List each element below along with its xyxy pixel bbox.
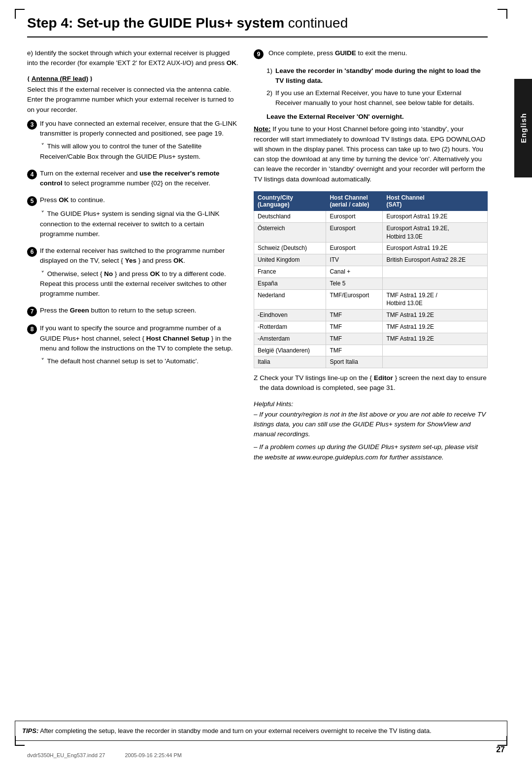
- leave-heading: Leave the External Receiver 'ON' overnig…: [266, 112, 488, 122]
- cell-country: France: [254, 266, 326, 278]
- hint-2: – If a problem comes up during the GUIDE…: [254, 442, 488, 462]
- cell-sat: TMF Astra1 19.2E: [383, 321, 488, 333]
- z-letter: Z: [254, 373, 258, 393]
- corner-mark-tr: [498, 9, 507, 19]
- cell-sat: British Eurosport Astra2 28.2E: [383, 254, 488, 266]
- cell-sat: TMF Astra1 19.2E /Hotbird 13.0E: [383, 289, 488, 310]
- table-header: Country/City(Language) Host Channel(aeri…: [254, 191, 488, 210]
- step-5: 5 Press OK to continue. ˅ The GUIDE Plus…: [27, 195, 239, 239]
- sub-step-1: 1) Leave the recorder in 'standby' mode …: [266, 66, 488, 86]
- step-4-text: Turn on the external receiver and use th…: [40, 169, 239, 189]
- title-step-text: Step 4: Set-up the GUIDE Plus+ system: [27, 15, 288, 31]
- step-3: 3 If you have connected an external rece…: [27, 119, 239, 162]
- cell-aerial: Eurosport: [326, 210, 383, 222]
- helpful-hints-title: Helpful Hints:: [254, 400, 488, 408]
- step-4-circle: 4: [27, 170, 37, 179]
- col-header-host-aerial: Host Channel(aerial / cable): [326, 191, 383, 210]
- step-9-text: Once complete, press GUIDE to exit the m…: [268, 48, 407, 58]
- cell-aerial: Eurosport: [326, 243, 383, 254]
- step-4: 4 Turn on the external receiver and use …: [27, 169, 239, 189]
- table-row: -Amsterdam TMF TMF Astra1 19.2E: [254, 333, 488, 345]
- table-row: -Rotterdam TMF TMF Astra1 19.2E: [254, 321, 488, 333]
- step-3-circle: 3: [27, 120, 37, 130]
- table-row: Deutschland Eurosport Eurosport Astra1 1…: [254, 210, 488, 222]
- step-8-text: If you want to specify the source and pr…: [40, 323, 239, 353]
- cell-aerial: Sport Italia: [326, 356, 383, 368]
- tips-bar: TIPS: After completing the setup, leave …: [15, 721, 507, 741]
- sub-numbered-steps: 1) Leave the recorder in 'standby' mode …: [266, 66, 488, 108]
- step-5-text: Press OK to continue.: [40, 195, 239, 205]
- cell-sat: [383, 278, 488, 289]
- cell-country: España: [254, 278, 326, 289]
- step-7-circle: 7: [27, 307, 37, 316]
- note-text: Note: If you tune to your Host Channel b…: [254, 124, 488, 184]
- side-tab-label: English: [519, 113, 528, 143]
- sub-step-2-text: If you use an External Receiver, you hav…: [275, 88, 488, 108]
- main-content: Step 4: Set-up the GUIDE Plus+ system co…: [0, 0, 532, 502]
- table-row: Italia Sport Italia: [254, 356, 488, 368]
- cell-country: Österreich: [254, 222, 326, 243]
- step-6-subtext: ˅ Otherwise, select { No } and press OK …: [40, 269, 239, 299]
- table-row: Nederland TMF/Eurosport TMF Astra1 19.2E…: [254, 289, 488, 310]
- cell-country: -Rotterdam: [254, 321, 326, 333]
- cell-aerial: ITV: [326, 254, 383, 266]
- page-number: 27: [496, 745, 505, 754]
- cell-country: Nederland: [254, 289, 326, 310]
- tips-label: TIPS:: [22, 727, 38, 734]
- title-continued: continued: [288, 15, 348, 31]
- step-5-subtext: ˅ The GUIDE Plus+ system is sending sign…: [40, 209, 239, 239]
- left-column: e) Identify the socket through which you…: [27, 48, 239, 465]
- table-row: France Canal +: [254, 266, 488, 278]
- table-row: België (Vlaanderen) TMF: [254, 345, 488, 356]
- table-body: Deutschland Eurosport Eurosport Astra1 1…: [254, 210, 488, 368]
- col-header-host-sat: Host Channel(SAT): [383, 191, 488, 210]
- cell-country: -Eindhoven: [254, 310, 326, 321]
- cell-sat: Eurosport Astra1 19.2E: [383, 210, 488, 222]
- cell-country: Schweiz (Deutsch): [254, 243, 326, 254]
- two-column-layout: e) Identify the socket through which you…: [27, 48, 488, 465]
- step-7-text: Press the Green button to return to the …: [40, 306, 239, 315]
- cell-aerial: TMF/Eurosport: [326, 289, 383, 310]
- sub-step-2: 2) If you use an External Receiver, you …: [266, 88, 488, 108]
- col-header-country: Country/City(Language): [254, 191, 326, 210]
- helpful-hints: Helpful Hints: – If your country/region …: [254, 400, 488, 462]
- z-step: Z Check your TV listings line-up on the …: [254, 373, 488, 393]
- step-7: 7 Press the Green button to return to th…: [27, 306, 239, 316]
- step-9: 9 Once complete, press GUIDE to exit the…: [254, 48, 488, 59]
- step-6: 6 If the external receiver has switched …: [27, 246, 239, 299]
- note-label: Note:: [254, 125, 271, 133]
- cell-sat: [383, 266, 488, 278]
- antenna-title: Antenna (RF lead): [32, 75, 89, 82]
- cell-sat: TMF Astra1 19.2E: [383, 333, 488, 345]
- note-block: Note: If you tune to your Host Channel b…: [254, 124, 488, 184]
- step-3-subtext: ˅ This will allow you to control the tun…: [40, 141, 239, 162]
- cell-sat: Eurosport Astra1 19.2E: [383, 243, 488, 254]
- cell-sat: [383, 345, 488, 356]
- cell-country: United Kingdom: [254, 254, 326, 266]
- cell-aerial: TMF: [326, 345, 383, 356]
- cell-country: Deutschland: [254, 210, 326, 222]
- cell-aerial: Canal +: [326, 266, 383, 278]
- step-8-subtext: ˅ The default host channel setup is set …: [40, 356, 239, 366]
- cell-country: België (Vlaanderen): [254, 345, 326, 356]
- cell-aerial: TMF: [326, 310, 383, 321]
- z-step-text: Check your TV listings line-up on the { …: [260, 373, 488, 393]
- tips-text: After completing the setup, leave the re…: [40, 727, 432, 734]
- step-8-circle: 8: [27, 324, 37, 334]
- side-tab-english: English: [514, 79, 532, 177]
- step-e: e) Identify the socket through which you…: [27, 48, 239, 69]
- cell-sat: [383, 356, 488, 368]
- cell-sat: TMF Astra1 19.2E: [383, 310, 488, 321]
- right-column: 9 Once complete, press GUIDE to exit the…: [254, 48, 488, 465]
- antenna-desc: Select this if the external receiver is …: [27, 85, 239, 115]
- antenna-section: { Antenna (RF lead) } Select this if the…: [27, 75, 239, 115]
- hint-1: – If your country/region is not in the l…: [254, 410, 488, 440]
- page-title: Step 4: Set-up the GUIDE Plus+ system co…: [27, 15, 488, 37]
- cell-sat: Eurosport Astra1 19.2E,Hotbird 13.0E: [383, 222, 488, 243]
- page-container: English Step 4: Set-up the GUIDE Plus+ s…: [0, 0, 532, 768]
- channel-table: Country/City(Language) Host Channel(aeri…: [254, 191, 488, 368]
- step-9-circle: 9: [254, 49, 264, 59]
- table-row: United Kingdom ITV British Eurosport Ast…: [254, 254, 488, 266]
- cell-aerial: TMF: [326, 321, 383, 333]
- table-row: España Tele 5: [254, 278, 488, 289]
